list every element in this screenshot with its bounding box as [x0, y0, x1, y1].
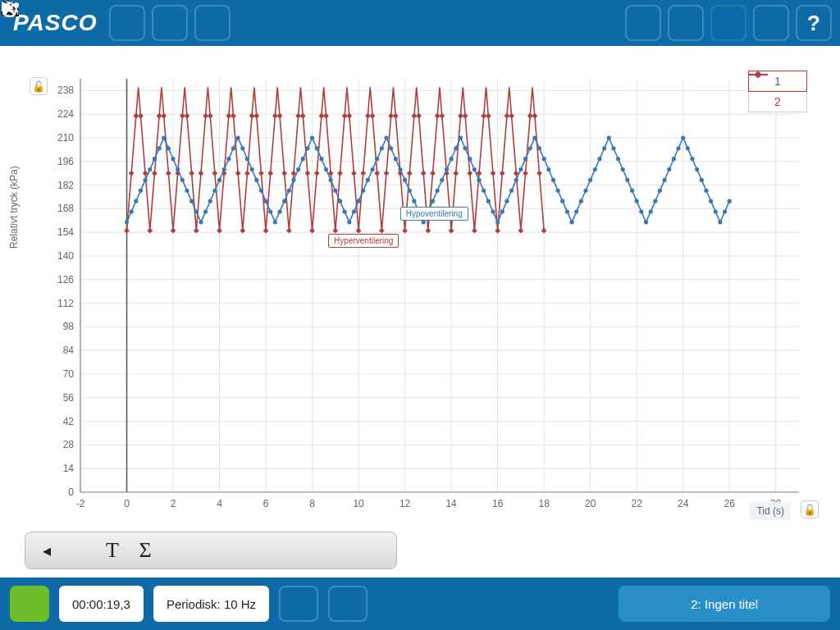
- record-button[interactable]: [10, 586, 49, 622]
- svg-point-264: [565, 209, 569, 213]
- delete-page-button[interactable]: [194, 5, 231, 41]
- svg-point-188: [212, 189, 217, 193]
- slope-tool[interactable]: [296, 537, 322, 564]
- svg-point-299: [728, 199, 732, 203]
- autoscale-tool[interactable]: [165, 537, 191, 564]
- svg-point-252: [509, 189, 514, 193]
- properties-tool[interactable]: [362, 537, 388, 564]
- svg-text:182: 182: [57, 180, 74, 191]
- settings-button[interactable]: [328, 586, 368, 622]
- x-axis-label[interactable]: Tid (s): [750, 502, 791, 520]
- svg-point-259: [542, 157, 546, 161]
- svg-point-247: [486, 199, 491, 203]
- sampling-options-button[interactable]: [279, 586, 318, 622]
- journal-button[interactable]: [710, 5, 746, 41]
- svg-point-255: [523, 157, 527, 161]
- svg-rect-79: [129, 171, 135, 176]
- multi-y-tool[interactable]: [329, 537, 355, 564]
- graph-options-button[interactable]: ◂: [34, 537, 60, 564]
- new-page-button[interactable]: [152, 5, 188, 41]
- svg-point-179: [171, 157, 175, 161]
- svg-point-265: [569, 220, 573, 224]
- run-title[interactable]: 2: Ingen titel: [658, 586, 791, 622]
- svg-point-193: [236, 135, 240, 139]
- svg-text:14: 14: [445, 498, 457, 509]
- svg-text:10: 10: [353, 498, 364, 509]
- svg-text:84: 84: [63, 345, 75, 356]
- svg-point-291: [690, 157, 694, 161]
- svg-point-276: [621, 167, 625, 171]
- svg-point-203: [282, 199, 286, 203]
- home-button[interactable]: [109, 5, 145, 41]
- svg-point-270: [593, 167, 597, 171]
- svg-point-180: [176, 167, 180, 171]
- svg-rect-139: [407, 171, 413, 176]
- svg-text:14: 14: [63, 463, 75, 474]
- svg-rect-117: [305, 171, 311, 176]
- svg-point-263: [560, 199, 564, 203]
- svg-point-290: [686, 146, 690, 150]
- sensors-button[interactable]: [625, 5, 661, 41]
- cursor-tool[interactable]: [66, 537, 93, 564]
- snapshot-button[interactable]: [753, 5, 789, 41]
- svg-point-173: [144, 178, 148, 182]
- y-axis-lock[interactable]: 🔓: [30, 77, 48, 95]
- svg-point-217: [347, 220, 351, 224]
- svg-point-237: [440, 178, 444, 182]
- legend-label-2: 2: [774, 95, 781, 108]
- svg-point-281: [644, 220, 648, 224]
- svg-rect-164: [523, 171, 528, 176]
- svg-point-280: [639, 209, 643, 213]
- svg-point-246: [482, 189, 486, 193]
- svg-point-228: [398, 167, 402, 171]
- svg-point-284: [658, 189, 662, 193]
- plot-region[interactable]: -202468101214161820222426280142842567084…: [25, 71, 824, 525]
- svg-point-288: [676, 146, 680, 150]
- coordinates-tool[interactable]: [263, 537, 290, 564]
- svg-point-266: [574, 209, 578, 213]
- svg-point-242: [463, 146, 467, 150]
- annotation-hypoventilering[interactable]: Hypoventilering: [400, 207, 468, 221]
- plot-canvas[interactable]: -202468101214161820222426280142842567084…: [25, 71, 824, 525]
- legend-series-2[interactable]: 2: [748, 92, 807, 112]
- svg-point-244: [472, 167, 477, 171]
- next-run-button[interactable]: [791, 586, 830, 622]
- svg-point-219: [356, 199, 360, 203]
- svg-rect-142: [421, 171, 427, 176]
- text-tool[interactable]: T: [99, 537, 126, 564]
- svg-text:6: 6: [263, 498, 269, 509]
- prev-run-button[interactable]: [619, 586, 658, 622]
- x-axis-lock[interactable]: 🔓: [801, 500, 819, 518]
- svg-point-186: [203, 209, 208, 213]
- svg-point-275: [616, 157, 620, 161]
- svg-point-207: [301, 157, 305, 161]
- annotation-hyperventilering[interactable]: Hyperventilering: [328, 234, 399, 248]
- svg-rect-303: [755, 71, 761, 78]
- elapsed-time-readout: 00:00:19,3: [59, 586, 144, 622]
- svg-text:-2: -2: [76, 498, 85, 509]
- svg-point-248: [491, 209, 495, 213]
- svg-text:24: 24: [678, 498, 689, 509]
- svg-point-268: [583, 189, 587, 193]
- svg-point-223: [375, 157, 379, 161]
- svg-text:70: 70: [63, 368, 75, 380]
- curve-fit-tool[interactable]: [231, 537, 257, 564]
- stats-tool[interactable]: Σ: [132, 537, 158, 564]
- svg-point-195: [245, 157, 249, 161]
- graph-display: -202468101214161820222426280142842567084…: [0, 46, 840, 578]
- svg-point-283: [653, 199, 657, 203]
- ruler-button[interactable]: [668, 5, 704, 41]
- svg-text:22: 22: [632, 498, 643, 509]
- y-axis-label[interactable]: Relativt tryck (kPa): [8, 166, 20, 249]
- legend[interactable]: 1 2: [748, 71, 807, 112]
- svg-rect-124: [337, 171, 343, 176]
- svg-rect-84: [152, 171, 158, 176]
- svg-point-211: [319, 157, 323, 161]
- svg-point-277: [625, 178, 629, 182]
- svg-rect-159: [500, 171, 505, 176]
- help-button[interactable]: ?: [796, 5, 832, 41]
- select-region-tool[interactable]: [198, 537, 224, 564]
- svg-rect-157: [491, 171, 496, 176]
- run-selector: 2: Ingen titel: [619, 586, 830, 622]
- sampling-readout[interactable]: Periodisk: 10 Hz: [153, 586, 269, 622]
